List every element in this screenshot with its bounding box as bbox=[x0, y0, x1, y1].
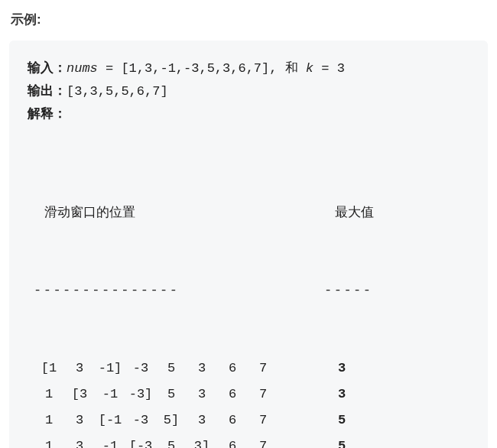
example-heading: 示例: bbox=[11, 11, 488, 28]
input-label: 输入： bbox=[28, 60, 67, 75]
table-row: [13-1]-353673 bbox=[34, 355, 469, 381]
num-cell: -3] bbox=[125, 381, 156, 407]
header-max: 最大值 bbox=[335, 200, 374, 226]
num-cell: 3 bbox=[187, 381, 217, 407]
num-cell: -3 bbox=[125, 355, 156, 381]
num-cell: [3 bbox=[64, 381, 95, 407]
num-cell: 3] bbox=[187, 433, 217, 448]
explain-line: 解释： bbox=[28, 103, 469, 126]
num-cell: -1 bbox=[95, 381, 125, 407]
output-label: 输出： bbox=[28, 83, 67, 98]
var-k: k bbox=[306, 61, 313, 76]
num-cell: 1 bbox=[34, 433, 64, 448]
num-cell: 5 bbox=[156, 381, 187, 407]
divider-right: ----- bbox=[324, 278, 373, 304]
num-cell: 3 bbox=[187, 355, 217, 381]
num-cell: 3 bbox=[187, 407, 217, 433]
window-cells: 13-1[-353]67 bbox=[34, 433, 294, 448]
num-cell: 6 bbox=[217, 433, 248, 448]
num-cell: [1 bbox=[34, 355, 64, 381]
input-eq1: = [1,3,-1,-3,5,3,6,7], 和 bbox=[98, 61, 306, 76]
num-cell: [-3 bbox=[125, 433, 156, 448]
window-cells: 13[-1-35]367 bbox=[34, 407, 294, 433]
num-cell: 1 bbox=[34, 407, 64, 433]
sliding-window-table: 滑动窗口的位置 最大值 --------------- ----- [13-1]… bbox=[28, 148, 469, 448]
num-cell: 3 bbox=[64, 407, 95, 433]
output-line: 输出：[3,3,5,5,6,7] bbox=[28, 80, 469, 103]
max-value: 3 bbox=[338, 381, 346, 407]
num-cell: 6 bbox=[217, 381, 248, 407]
num-cell: 7 bbox=[248, 407, 278, 433]
num-cell: 7 bbox=[248, 355, 278, 381]
num-cell: -3 bbox=[125, 407, 156, 433]
num-cell: 6 bbox=[217, 355, 248, 381]
window-cells: [13-1]-35367 bbox=[34, 355, 294, 381]
num-cell: 5] bbox=[156, 407, 187, 433]
header-position: 滑动窗口的位置 bbox=[34, 200, 251, 226]
table-divider: --------------- ----- bbox=[34, 278, 469, 304]
window-cells: 1[3-1-3]5367 bbox=[34, 381, 294, 407]
num-cell: 7 bbox=[248, 433, 278, 448]
num-cell: 1 bbox=[34, 381, 64, 407]
input-eq2: = 3 bbox=[313, 61, 345, 76]
num-cell: -1] bbox=[95, 355, 125, 381]
output-value: [3,3,5,5,6,7] bbox=[67, 84, 168, 99]
table-header-row: 滑动窗口的位置 最大值 bbox=[34, 200, 469, 226]
explain-label: 解释： bbox=[28, 106, 67, 121]
num-cell: [-1 bbox=[95, 407, 125, 433]
num-cell: 7 bbox=[248, 381, 278, 407]
example-code-block: 输入：nums = [1,3,-1,-3,5,3,6,7], 和 k = 3 输… bbox=[9, 41, 488, 448]
table-row: 1[3-1-3]53673 bbox=[34, 381, 469, 407]
num-cell: 5 bbox=[156, 433, 187, 448]
num-cell: 6 bbox=[217, 407, 248, 433]
max-value: 5 bbox=[338, 433, 346, 448]
max-value: 3 bbox=[338, 355, 346, 381]
var-nums: nums bbox=[67, 61, 98, 76]
table-row: 13[-1-35]3675 bbox=[34, 407, 469, 433]
num-cell: 3 bbox=[64, 355, 95, 381]
divider-left: --------------- bbox=[34, 278, 240, 304]
input-line: 输入：nums = [1,3,-1,-3,5,3,6,7], 和 k = 3 bbox=[28, 57, 469, 80]
num-cell: -1 bbox=[95, 433, 125, 448]
num-cell: 5 bbox=[156, 355, 187, 381]
table-row: 13-1[-353]675 bbox=[34, 433, 469, 448]
max-value: 5 bbox=[338, 407, 346, 433]
num-cell: 3 bbox=[64, 433, 95, 448]
